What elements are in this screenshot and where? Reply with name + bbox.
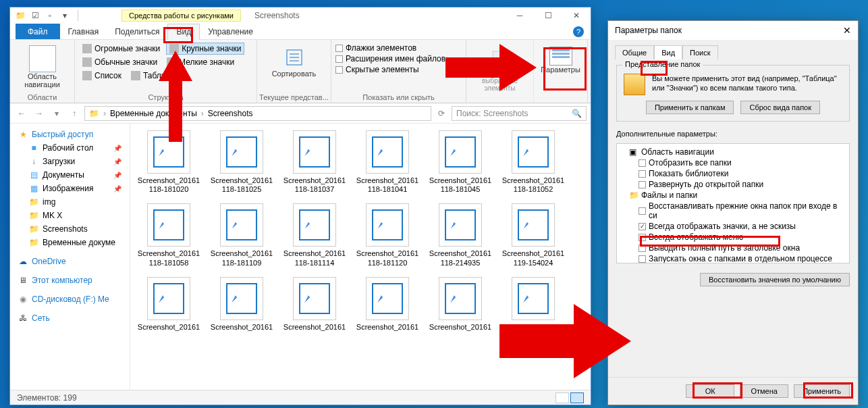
dlg-tab-search[interactable]: Поиск (682, 45, 717, 59)
file-item[interactable]: Screenshot_20161118-181114 (283, 203, 346, 267)
ribbon: Область навигации Области Огромные значк… (10, 40, 591, 103)
search-input[interactable]: Поиск: Screenshots 🔍 (452, 106, 587, 121)
sidebar-item-tmpdocs[interactable]: 📁Временные докуме (10, 236, 130, 249)
file-item[interactable]: Screenshot_20161118-214935 (429, 203, 492, 267)
file-thumb-icon (366, 277, 409, 320)
layout-list[interactable]: Список (79, 70, 125, 82)
file-item[interactable]: Screenshot_20161 (356, 277, 419, 332)
files-pane[interactable]: Screenshot_20161118-181020Screenshot_201… (130, 124, 591, 390)
sidebar-item-img[interactable]: 📁img (10, 195, 130, 209)
sidebar-item-mkx[interactable]: 📁MK X (10, 209, 130, 222)
maximize-button[interactable]: ☐ (534, 7, 562, 24)
file-thumb-icon (439, 130, 482, 174)
dlg-tab-general[interactable]: Общие (615, 45, 654, 59)
restore-defaults-button[interactable]: Восстановить значения по умолчанию (700, 273, 850, 286)
nav-fwd[interactable]: → (32, 106, 47, 121)
tree-separate[interactable]: Запускать окна с папками в отдельном про… (620, 253, 846, 263)
sidebar-item-documents[interactable]: ▤Документы📌 (10, 168, 130, 182)
file-item[interactable]: Screenshot_20161 (429, 277, 492, 332)
file-item[interactable]: Screenshot_20161118-181058 (137, 203, 200, 267)
file-item[interactable]: Screenshot_20161 (283, 277, 346, 332)
file-thumb-icon (512, 277, 555, 320)
file-item[interactable]: Screenshot_20161118-181045 (429, 130, 492, 194)
ok-button[interactable]: ОК (686, 384, 734, 398)
checkbox-icon[interactable]: ☑ (30, 11, 40, 20)
file-item[interactable]: Screenshot_20161118-181020 (137, 130, 200, 194)
tree-fullpath[interactable]: Выводить полный путь в заголовке окна (620, 243, 846, 253)
sidebar-item-pictures[interactable]: ▦Изображения📌 (10, 182, 130, 195)
file-thumb-icon (439, 203, 482, 247)
breadcrumb[interactable]: 📁 › Временные документы › Screenshots (84, 106, 431, 121)
layout-large[interactable]: Крупные значки (166, 43, 244, 55)
nav-recent[interactable]: ▾ (49, 106, 64, 121)
tab-share[interactable]: Поделиться (107, 24, 167, 39)
apply-button[interactable]: Применить (794, 384, 850, 398)
file-name-label: Screenshot_20161 (283, 323, 346, 332)
tree-show-libs[interactable]: Показать библиотеки (620, 168, 846, 179)
file-item[interactable]: Screenshot_20161118-181120 (356, 203, 419, 267)
file-name-label: Screenshot_20161 (429, 323, 491, 332)
file-thumb-icon (147, 130, 190, 174)
view-details-icon[interactable] (555, 392, 569, 403)
help-icon[interactable]: ? (573, 26, 584, 37)
sidebar-item-downloads[interactable]: ↓Загрузки📌 (10, 155, 130, 168)
reset-folders-button[interactable]: Сброс вида папок (740, 101, 820, 114)
nav-pane-icon[interactable] (29, 45, 56, 72)
file-thumb-icon (220, 203, 263, 247)
chk-file-ext[interactable]: Расширения имен файлов (335, 53, 462, 64)
tab-home[interactable]: Главная (60, 24, 107, 39)
tree-expand[interactable]: Развернуть до открытой папки (620, 179, 846, 190)
tree-restore[interactable]: Восстанавливать прежние окна папок при в… (620, 201, 846, 221)
file-item[interactable]: Screenshot_20161118-181037 (283, 130, 346, 194)
tab-view[interactable]: Вид (167, 24, 200, 40)
file-item[interactable]: Screenshot_20161118-181109 (210, 203, 273, 267)
advanced-settings-tree[interactable]: ▣Область навигации Отобразить все папки … (616, 143, 850, 263)
apply-to-folders-button[interactable]: Применить к папкам (646, 101, 734, 114)
folder-icon: 📁 (16, 11, 25, 20)
file-item[interactable]: Screenshot_20161119-154024 (501, 203, 565, 267)
chk-hidden[interactable]: Скрытые элементы (335, 64, 462, 75)
file-item[interactable]: Screenshot_20161118-181041 (356, 130, 419, 194)
file-name-label: Screenshot_20161118-214935 (429, 249, 492, 267)
minimize-button[interactable]: ─ (506, 7, 534, 24)
file-name-label: Screenshot_20161 (356, 323, 418, 332)
nav-pane-label: Область навигации (14, 72, 70, 88)
file-item[interactable]: Screenshot_20161118-181052 (501, 130, 565, 194)
options-button[interactable] (549, 47, 572, 66)
tab-file[interactable]: Файл (16, 24, 60, 39)
tree-always-icons[interactable]: Всегда отображать значки, а не эскизы (620, 221, 846, 232)
cancel-button[interactable]: Отмена (740, 384, 788, 398)
sidebar-item-desktop[interactable]: ■Рабочий стол📌 (10, 141, 130, 155)
nav-up[interactable]: ↑ (67, 106, 82, 121)
sidebar-item-quick[interactable]: ★Быстрый доступ (10, 128, 130, 141)
file-item[interactable]: Screenshot_20161 (137, 277, 200, 332)
hide-icon (488, 45, 512, 70)
copy-icon[interactable]: ▫ (45, 11, 55, 20)
dlg-tab-view[interactable]: Вид (654, 45, 682, 59)
dialog-close-button[interactable]: ✕ (843, 25, 851, 36)
view-icons-icon[interactable] (570, 392, 584, 403)
refresh-icon[interactable]: ⟳ (434, 106, 449, 121)
file-name-label: Screenshot_20161118-181120 (356, 249, 419, 267)
chk-item-checkboxes[interactable]: Флажки элементов (335, 43, 462, 53)
dropdown-icon[interactable]: ▾ (60, 11, 70, 20)
layout-medium[interactable]: Обычные значки (79, 56, 161, 68)
sort-icon[interactable] (282, 45, 306, 70)
tree-show-all[interactable]: Отобразить все папки (620, 157, 846, 168)
layout-table[interactable]: Таблица (128, 70, 178, 82)
layout-small[interactable]: Мелкие значки (163, 56, 238, 68)
tree-always-menu[interactable]: Всегда отображать меню (620, 232, 846, 243)
sidebar-item-cddrive[interactable]: ◉CD-дисковод (F:) Me (10, 292, 130, 306)
sidebar-item-onedrive[interactable]: ☁OneDrive (10, 255, 130, 268)
sidebar-item-thispc[interactable]: 🖥Этот компьютер (10, 274, 130, 287)
close-button[interactable]: ✕ (562, 7, 591, 24)
sidebar-item-screenshots[interactable]: 📁Screenshots (10, 222, 130, 236)
file-item[interactable]: Screenshot_20161118-181025 (210, 130, 273, 194)
sidebar-item-network[interactable]: 🖧Сеть (10, 311, 130, 325)
layout-huge[interactable]: Огромные значки (79, 43, 163, 55)
nav-back[interactable]: ← (14, 106, 29, 121)
tab-manage[interactable]: Управление (200, 24, 261, 39)
file-thumb-icon (366, 130, 409, 174)
file-item[interactable]: Screenshot_20161 (501, 277, 565, 332)
file-item[interactable]: Screenshot_20161 (210, 277, 273, 332)
